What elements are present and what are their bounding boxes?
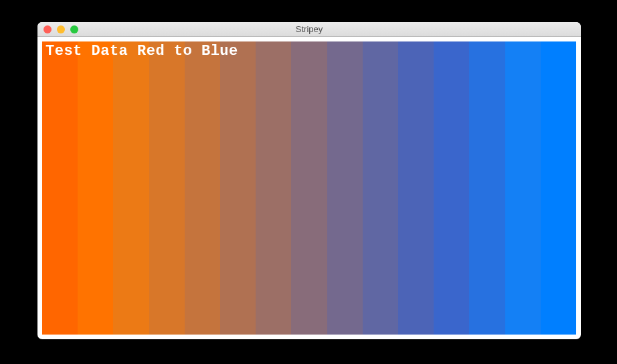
overlay-label: Test Data Red to Blue bbox=[46, 43, 238, 60]
close-icon[interactable] bbox=[43, 25, 52, 33]
stripe bbox=[505, 41, 541, 335]
traffic-lights bbox=[37, 22, 78, 36]
stripe bbox=[363, 41, 398, 335]
stripe bbox=[113, 41, 149, 335]
window-title: Stripey bbox=[37, 24, 581, 34]
stripe bbox=[291, 41, 327, 335]
stripe bbox=[256, 41, 291, 335]
stripe bbox=[78, 41, 113, 335]
zoom-icon[interactable] bbox=[70, 25, 78, 33]
titlebar[interactable]: Stripey bbox=[37, 22, 581, 37]
minimize-icon[interactable] bbox=[57, 25, 65, 33]
stripe bbox=[149, 41, 185, 335]
stripe bbox=[434, 41, 469, 335]
stripe bbox=[398, 41, 434, 335]
stripe bbox=[541, 41, 576, 335]
stripe-canvas bbox=[42, 41, 576, 335]
app-window: Stripey Test Data Red to Blue bbox=[37, 22, 581, 339]
stripe bbox=[42, 41, 78, 335]
stripe bbox=[220, 41, 256, 335]
stripe bbox=[185, 41, 220, 335]
stripe bbox=[469, 41, 505, 335]
stripe bbox=[327, 41, 363, 335]
